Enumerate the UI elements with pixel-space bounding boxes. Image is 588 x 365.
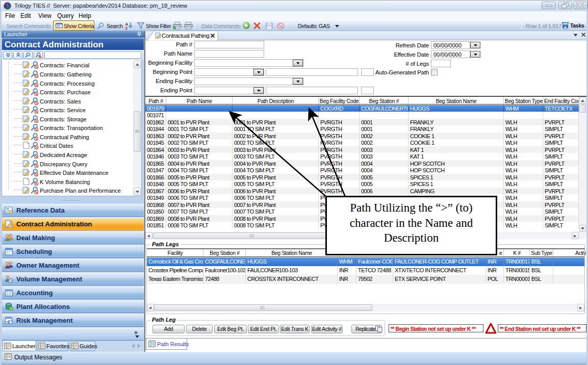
svg-text:Z: Z: [125, 26, 128, 30]
